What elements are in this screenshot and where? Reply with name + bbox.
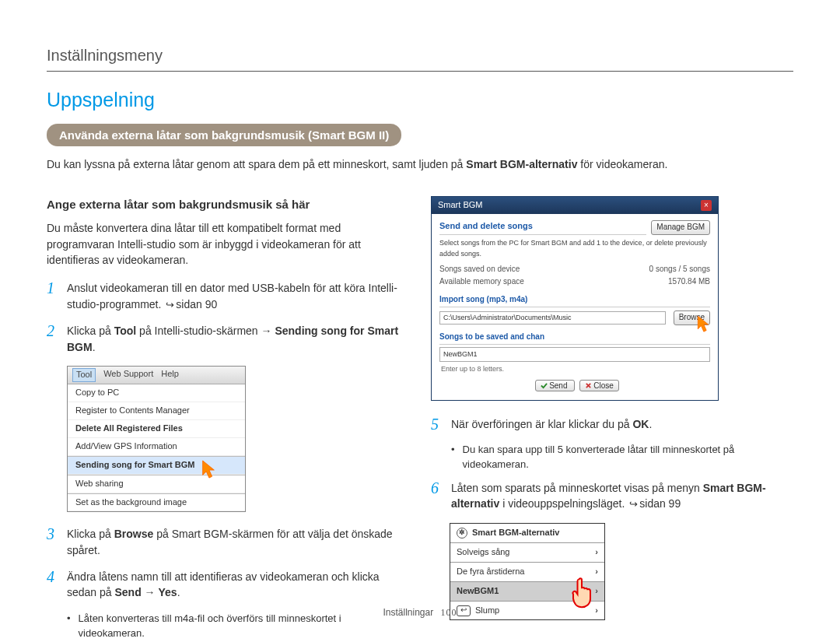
bgm-alternativ-panel: ✲ Smart BGM-alternativ Solveigs sång › D… bbox=[450, 523, 605, 621]
step-4: 4 Ändra låtens namn till att identifiera… bbox=[47, 569, 409, 601]
step2-text-c: . bbox=[93, 341, 96, 353]
step5-bullet-text: Du kan spara upp till 5 konverterade låt… bbox=[463, 443, 793, 472]
step-number-3: 3 bbox=[47, 526, 59, 558]
step-number-1: 1 bbox=[47, 280, 59, 312]
step-5: 5 När överföringen är klar klickar du på… bbox=[431, 416, 793, 432]
memory-value: 1570.84 MB bbox=[668, 276, 710, 288]
tool-menubar: Tool Web Support Help bbox=[68, 367, 245, 384]
step5-end: . bbox=[649, 418, 652, 430]
menu-item-websharing: Web sharing bbox=[68, 475, 245, 493]
step-1: 1 Anslut videokameran till en dator med … bbox=[47, 280, 409, 312]
x-icon bbox=[585, 382, 592, 389]
step4-mid: → bbox=[142, 586, 159, 598]
step-3: 3 Klicka på Browse på Smart BGM-skärmen … bbox=[47, 526, 409, 558]
tool-menu-screenshot: Tool Web Support Help Copy to PC Registe… bbox=[67, 366, 246, 513]
dialog-titlebar: Smart BGM × bbox=[432, 197, 718, 214]
topic-pill: Använda externa låtar som bakgrundsmusik… bbox=[47, 124, 401, 146]
step5-boldmb: OK bbox=[632, 418, 649, 430]
menu-item-sending-song-label: Sending song for Smart BGM bbox=[75, 460, 194, 469]
browse-button: Browse bbox=[674, 310, 710, 325]
bgm-item-1-label: Solveigs sång bbox=[457, 546, 510, 559]
step4-bold-send: Send bbox=[115, 586, 142, 598]
close-button-label: Close bbox=[593, 381, 614, 390]
step1-text: Anslut videokameran till en dator med US… bbox=[67, 282, 397, 310]
send-button-label: Send bbox=[549, 381, 567, 390]
close-icon: × bbox=[701, 200, 712, 211]
bgm-panel-header: ✲ Smart BGM-alternativ bbox=[450, 524, 604, 543]
songs-saved-label: Songs saved on device bbox=[439, 264, 520, 275]
help-menu-label: Help bbox=[161, 368, 179, 382]
song-name-row: NewBGM1 bbox=[439, 347, 710, 362]
gear-icon: ✲ bbox=[457, 528, 467, 539]
cursor-icon bbox=[695, 314, 711, 339]
song-name-value: NewBGM1 bbox=[443, 349, 478, 360]
intro-text-1: Du kan lyssna på externa låtar genom att… bbox=[47, 158, 466, 170]
import-song-label: Import song (mp3, m4a) bbox=[439, 294, 710, 308]
bgm-item-3-label: NewBGM1 bbox=[457, 585, 499, 598]
dialog-title: Smart BGM bbox=[438, 199, 482, 212]
intro-bold: Smart BGM-alternativ bbox=[466, 158, 577, 170]
menu-item-gps: Add/View GPS Information bbox=[68, 438, 245, 456]
websupport-menu-label: Web Support bbox=[103, 368, 153, 382]
songs-saved-value: 0 songs / 5 songs bbox=[649, 264, 710, 275]
smart-bgm-dialog: Smart BGM × Send and delete songs Manage… bbox=[431, 196, 719, 401]
left-column: Ange externa låtar som bakgrundsmusik så… bbox=[47, 196, 409, 642]
step-number-4: 4 bbox=[47, 569, 59, 601]
step2-text-b: på Intelli-studio-skärmen → bbox=[136, 325, 275, 337]
memory-label: Available memory space bbox=[439, 276, 524, 288]
step-number-6: 6 bbox=[431, 480, 443, 512]
section-title: Uppspelning bbox=[47, 89, 793, 111]
step2-bold-tool: Tool bbox=[114, 325, 137, 337]
step5-a: När överföringen är klar klickar du på bbox=[451, 418, 632, 430]
chevron-right-icon: › bbox=[595, 546, 598, 559]
import-path-field: C:\Users\Administrator\Documents\Music bbox=[439, 311, 666, 325]
menu-item-delete-all: Delete All Registered Files bbox=[68, 420, 245, 438]
menu-item-copy: Copy to PC bbox=[68, 384, 245, 402]
step6-mid: i videouppspelningsläget. bbox=[499, 497, 628, 510]
close-button: Close bbox=[579, 380, 619, 391]
intro-paragraph: Du kan lyssna på externa låtar genom att… bbox=[47, 157, 793, 173]
step1-ref: sidan 90 bbox=[176, 298, 217, 310]
page-ref-icon bbox=[164, 298, 176, 310]
step4-a: Ändra låtens namn till att identifieras … bbox=[67, 570, 380, 598]
check-icon bbox=[541, 382, 548, 389]
bullet-icon bbox=[451, 443, 457, 472]
step5-bullet: Du kan spara upp till 5 konverterade låt… bbox=[451, 443, 793, 472]
page-ref-icon bbox=[628, 497, 639, 510]
manage-bgm-button: Manage BGM bbox=[651, 220, 710, 235]
step4-end: . bbox=[177, 586, 180, 598]
page-footer: Inställningar 100 bbox=[0, 607, 840, 619]
intro-text-2: för videokameran. bbox=[577, 158, 667, 170]
intro-para-2: Du måste konvertera dina låtar till ett … bbox=[47, 220, 409, 268]
bgm-item-2-label: De fyra årstiderna bbox=[457, 566, 524, 578]
page-number: 100 bbox=[441, 607, 457, 619]
subheading: Ange externa låtar som bakgrundsmusik så… bbox=[47, 196, 409, 213]
send-delete-label: Send and delete songs bbox=[439, 220, 646, 236]
dialog-desc: Select songs from the PC for Smart BGM a… bbox=[439, 238, 710, 258]
step-6: 6 Låten som sparats på minneskortet visa… bbox=[431, 480, 793, 512]
cursor-icon bbox=[200, 459, 217, 485]
step6-ref: sidan 99 bbox=[639, 497, 681, 510]
step-number-5: 5 bbox=[431, 416, 443, 432]
step3-bold-browse: Browse bbox=[114, 528, 154, 540]
horizontal-rule bbox=[47, 71, 793, 72]
send-button: Send bbox=[535, 380, 575, 391]
limit-text: Enter up to 8 letters. bbox=[441, 364, 710, 374]
step3-a: Klicka på bbox=[67, 528, 114, 540]
step-2: 2 Klicka på Tool på Intelli-studio-skärm… bbox=[47, 323, 409, 355]
tool-menu-label: Tool bbox=[72, 368, 96, 382]
breadcrumb: Inställningsmeny bbox=[47, 47, 793, 65]
menu-item-set-bg: Set as the background image bbox=[68, 493, 245, 512]
footer-label: Inställningar bbox=[383, 607, 433, 618]
right-column: Smart BGM × Send and delete songs Manage… bbox=[431, 196, 793, 642]
step6-a: Låten som sparats på minneskortet visas … bbox=[451, 482, 703, 494]
bgm-item-1: Solveigs sång › bbox=[450, 543, 604, 563]
bgm-panel-title: Smart BGM-alternativ bbox=[472, 527, 559, 539]
step-number-2: 2 bbox=[47, 323, 59, 355]
step2-text-a: Klicka på bbox=[67, 325, 114, 337]
step4-bold-yes: Yes bbox=[159, 586, 177, 598]
songs-to-save-label: Songs to be saved and chan bbox=[439, 332, 710, 346]
menu-item-register: Register to Contents Manager bbox=[68, 402, 245, 420]
menu-item-sending-song: Sending song for Smart BGM bbox=[68, 456, 245, 475]
